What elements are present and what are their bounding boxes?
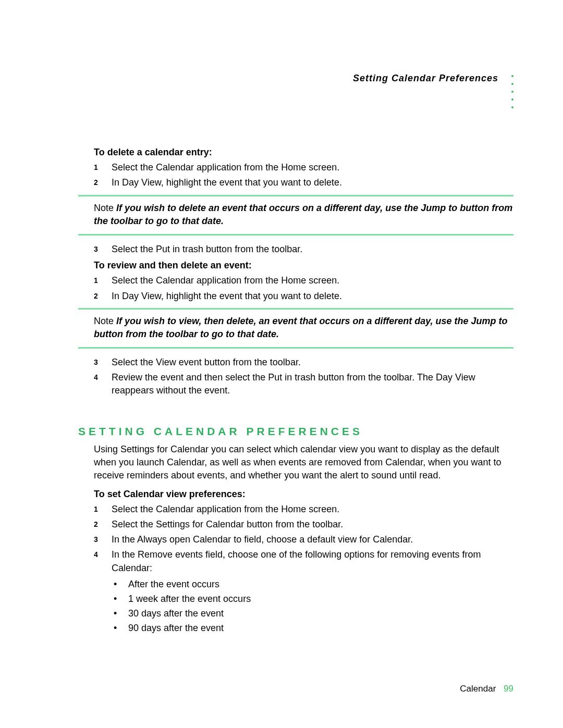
- note-text: If you wish to view, then delete, an eve…: [94, 316, 508, 339]
- step-text: Review the event and then select the Put…: [112, 371, 513, 397]
- decorative-dots: [511, 75, 513, 108]
- bullet-text: 90 days after the event: [128, 622, 224, 635]
- bullet-text: 1 week after the event occurs: [128, 593, 251, 606]
- footer-section: Calendar: [460, 684, 496, 694]
- list-item: • 90 days after the event: [114, 622, 513, 635]
- step-number: 1: [94, 503, 112, 516]
- step-text: In the Remove events field, choose one o…: [112, 548, 513, 574]
- list-item: • 30 days after the event: [114, 607, 513, 620]
- step-number: 2: [94, 518, 112, 531]
- subheading-delete-entry: To delete a calendar entry:: [94, 146, 513, 159]
- page: Setting Calendar Preferences To delete a…: [0, 0, 563, 728]
- list-item: 2 Select the Settings for Calendar butto…: [94, 518, 513, 531]
- bullet-icon: •: [114, 578, 128, 591]
- list-item: 1 Select the Calendar application from t…: [94, 274, 513, 287]
- section-title: SETTING CALENDAR PREFERENCES: [78, 424, 513, 439]
- bullet-text: 30 days after the event: [128, 607, 224, 620]
- list-item: 3 In the Always open Calendar to field, …: [94, 533, 513, 546]
- bullet-icon: •: [114, 593, 128, 606]
- step-number: 2: [94, 176, 112, 189]
- page-number: 99: [504, 684, 513, 694]
- list-item: 3 Select the View event button from the …: [94, 356, 513, 369]
- note-label: Note: [94, 203, 114, 213]
- subheading-review-delete: To review and then delete an event:: [94, 259, 513, 272]
- step-text: Select the Calendar application from the…: [112, 161, 513, 174]
- bullet-text: After the event occurs: [128, 578, 219, 591]
- step-number: 4: [94, 548, 112, 574]
- page-footer: Calendar 99: [460, 684, 513, 694]
- step-text: In Day View, highlight the event that yo…: [112, 290, 513, 303]
- bullet-icon: •: [114, 607, 128, 620]
- step-number: 3: [94, 533, 112, 546]
- step-number: 1: [94, 274, 112, 287]
- step-text: Select the Calendar application from the…: [112, 274, 513, 287]
- content: To delete a calendar entry: 1 Select the…: [78, 146, 513, 635]
- step-number: 1: [94, 161, 112, 174]
- step-number: 3: [94, 356, 112, 369]
- bullet-icon: •: [114, 622, 128, 635]
- list-item: 2 In Day View, highlight the event that …: [94, 290, 513, 303]
- step-text: Select the Put in trash button from the …: [112, 243, 513, 256]
- note-text: If you wish to delete an event that occu…: [94, 203, 512, 226]
- list-item: 4 Review the event and then select the P…: [94, 371, 513, 397]
- list-item: 1 Select the Calendar application from t…: [94, 503, 513, 516]
- step-text: Select the Calendar application from the…: [112, 503, 513, 516]
- list-item: 1 Select the Calendar application from t…: [94, 161, 513, 174]
- running-header: Setting Calendar Preferences: [353, 73, 513, 108]
- subheading-set-preferences: To set Calendar view preferences:: [94, 488, 513, 501]
- note-callout: Note If you wish to delete an event that…: [78, 195, 513, 236]
- step-text: Select the View event button from the to…: [112, 356, 513, 369]
- ordered-list: 1 Select the Calendar application from t…: [94, 161, 513, 189]
- bullet-list: • After the event occurs • 1 week after …: [114, 578, 513, 635]
- note-callout: Note If you wish to view, then delete, a…: [78, 308, 513, 349]
- ordered-list: 3 Select the Put in trash button from th…: [94, 243, 513, 256]
- ordered-list: 3 Select the View event button from the …: [94, 356, 513, 398]
- list-item: 2 In Day View, highlight the event that …: [94, 176, 513, 189]
- list-item: 3 Select the Put in trash button from th…: [94, 243, 513, 256]
- step-text: In the Always open Calendar to field, ch…: [112, 533, 513, 546]
- step-number: 2: [94, 290, 112, 303]
- step-text: Select the Settings for Calendar button …: [112, 518, 513, 531]
- header-title: Setting Calendar Preferences: [353, 73, 498, 84]
- step-number: 3: [94, 243, 112, 256]
- step-text: In Day View, highlight the event that yo…: [112, 176, 513, 189]
- ordered-list: 1 Select the Calendar application from t…: [94, 503, 513, 575]
- step-number: 4: [94, 371, 112, 397]
- list-item: 4 In the Remove events field, choose one…: [94, 548, 513, 574]
- intro-paragraph: Using Settings for Calendar you can sele…: [94, 443, 513, 483]
- list-item: • 1 week after the event occurs: [114, 593, 513, 606]
- list-item: • After the event occurs: [114, 578, 513, 591]
- note-label: Note: [94, 316, 114, 326]
- ordered-list: 1 Select the Calendar application from t…: [94, 274, 513, 302]
